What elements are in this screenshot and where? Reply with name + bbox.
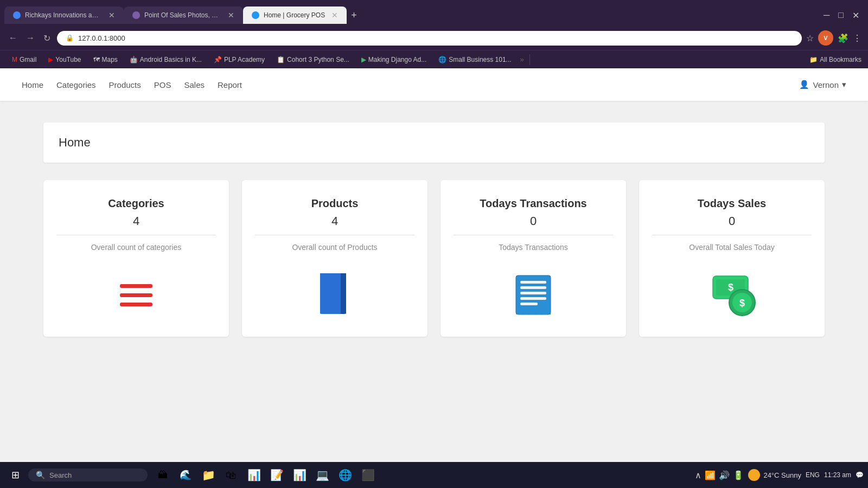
close-button[interactable]: ✕ — [852, 10, 859, 21]
forward-button[interactable]: → — [24, 31, 37, 45]
cohort-icon: 📋 — [277, 56, 285, 63]
svg-text:$: $ — [739, 298, 745, 309]
nav-home[interactable]: Home — [22, 78, 43, 92]
youtube-icon: ▶ — [48, 56, 53, 63]
categories-card-count: 4 — [133, 214, 139, 228]
menu-button[interactable]: ⋮ — [853, 33, 861, 43]
reload-button[interactable]: ↻ — [41, 31, 53, 46]
tab-title-1: Richkays Innovations and Servi... — [25, 11, 102, 19]
nav-categories[interactable]: Categories — [56, 78, 96, 92]
svg-rect-7 — [520, 292, 546, 294]
address-actions: ☆ V 🧩 ⋮ — [806, 30, 861, 46]
hamburger-line-1 — [120, 284, 152, 288]
bookmark-icon — [316, 271, 354, 319]
cards-grid: Categories 4 Overall count of categories — [43, 180, 825, 337]
nav-links: Home Categories Products POS Sales Repor… — [22, 78, 242, 92]
categories-card-title: Categories — [108, 197, 164, 210]
sales-card: Todays Sales 0 Overall Total Sales Today… — [639, 180, 825, 337]
app-container: Home Categories Products POS Sales Repor… — [0, 68, 868, 462]
transactions-icon-area — [512, 271, 555, 319]
tab-close-2[interactable]: ✕ — [228, 11, 234, 20]
bookmark-cohort-label: Cohort 3 Python Se... — [287, 56, 349, 63]
bookmark-smallbiz-label: Small Business 101... — [449, 56, 511, 63]
maximize-button[interactable]: □ — [838, 10, 844, 20]
nav-user-menu[interactable]: 👤 Vernon ▾ — [799, 80, 846, 89]
bookmarks-divider — [529, 54, 530, 65]
tab-bar: Richkays Innovations and Servi... ✕ Poin… — [0, 0, 868, 26]
bookmark-plp-label: PLP Academy — [224, 56, 265, 63]
nav-report[interactable]: Report — [218, 78, 242, 92]
main-content: Home Categories 4 Overall count of categ… — [0, 101, 868, 358]
extensions-button[interactable]: 🧩 — [838, 33, 848, 43]
nav-products[interactable]: Products — [109, 78, 141, 92]
browser-tab-2[interactable]: Point Of Sales Photos, Downlo... ✕ — [124, 7, 243, 24]
page-header: Home — [43, 123, 825, 163]
url-text: 127.0.0.1:8000 — [78, 34, 793, 42]
bookmark-plp[interactable]: 📌 PLP Academy — [208, 54, 270, 65]
nav-sales[interactable]: Sales — [184, 78, 205, 92]
sales-card-count: 0 — [729, 214, 735, 228]
products-card-count: 4 — [331, 214, 338, 228]
user-icon: 👤 — [799, 80, 809, 89]
url-input[interactable]: 🔒 127.0.0.1:8000 — [57, 31, 802, 46]
maps-icon: 🗺 — [93, 56, 100, 63]
hamburger-menu-icon — [120, 284, 152, 306]
user-dropdown-arrow: ▾ — [842, 80, 846, 89]
tab-close-1[interactable]: ✕ — [108, 11, 115, 20]
navbar: Home Categories Products POS Sales Repor… — [0, 68, 868, 101]
tab-favicon-2 — [132, 11, 140, 19]
svg-rect-8 — [520, 297, 546, 300]
tab-close-3[interactable]: ✕ — [331, 11, 338, 20]
bookmark-django[interactable]: ▶ Making Django Ad... — [356, 54, 432, 65]
new-tab-button[interactable]: + — [347, 8, 361, 23]
all-bookmarks[interactable]: 📁 All Bookmarks — [809, 56, 861, 63]
hamburger-line-2 — [120, 293, 152, 297]
bookmark-smallbiz[interactable]: 🌐 Small Business 101... — [433, 54, 516, 65]
window-controls: ─ □ ✕ — [824, 10, 864, 21]
bookmark-gmail[interactable]: M Gmail — [7, 54, 42, 65]
tab-favicon-1 — [13, 11, 21, 19]
star-button[interactable]: ☆ — [806, 33, 814, 43]
nav-pos[interactable]: POS — [154, 78, 171, 92]
products-card: Products 4 Overall count of Products — [242, 180, 427, 337]
lock-icon: 🔒 — [66, 34, 74, 42]
transactions-card: Todays Transactions 0 Todays Transaction… — [441, 180, 626, 337]
categories-icon-area — [120, 271, 152, 319]
tab-favicon-3 — [252, 11, 259, 19]
plp-icon: 📌 — [214, 56, 222, 63]
bookmark-youtube[interactable]: ▶ YouTube — [43, 54, 86, 65]
svg-rect-9 — [520, 303, 538, 305]
smallbiz-icon: 🌐 — [438, 56, 446, 63]
products-icon-area — [316, 271, 354, 319]
tab-title-3: Home | Grocery POS — [264, 11, 325, 19]
bookmark-android[interactable]: 🤖 Android Basics in K... — [124, 54, 207, 65]
sales-card-title: Todays Sales — [698, 197, 766, 210]
bookmark-maps-label: Maps — [102, 56, 118, 63]
sales-divider — [652, 235, 812, 235]
django-icon: ▶ — [361, 56, 366, 63]
bookmark-gmail-label: Gmail — [20, 56, 36, 63]
hamburger-line-3 — [120, 303, 152, 306]
profile-avatar[interactable]: V — [818, 30, 833, 46]
bookmark-cohort[interactable]: 📋 Cohort 3 Python Se... — [271, 54, 355, 65]
receipt-icon — [512, 273, 555, 317]
products-card-desc: Overall count of Products — [292, 242, 377, 253]
transactions-card-count: 0 — [530, 214, 537, 228]
browser-tab-1[interactable]: Richkays Innovations and Servi... ✕ — [4, 7, 124, 24]
back-button[interactable]: ← — [7, 31, 20, 45]
bookmark-maps[interactable]: 🗺 Maps — [88, 54, 123, 65]
svg-rect-6 — [520, 286, 546, 289]
bookmark-android-label: Android Basics in K... — [140, 56, 202, 63]
transactions-card-title: Todays Transactions — [480, 197, 586, 210]
android-icon: 🤖 — [130, 56, 138, 63]
bookmarks-bar: M Gmail ▶ YouTube 🗺 Maps 🤖 Android Basic… — [0, 50, 868, 68]
user-name: Vernon — [813, 80, 839, 89]
money-icon: $ $ — [707, 273, 756, 317]
browser-tab-3[interactable]: Home | Grocery POS ✕ — [243, 7, 347, 24]
products-card-title: Products — [311, 197, 359, 210]
minimize-button[interactable]: ─ — [824, 10, 829, 20]
bookmark-django-label: Making Django Ad... — [368, 56, 426, 63]
products-divider — [255, 235, 414, 235]
svg-rect-5 — [520, 281, 546, 284]
tab-title-2: Point Of Sales Photos, Downlo... — [144, 11, 221, 19]
